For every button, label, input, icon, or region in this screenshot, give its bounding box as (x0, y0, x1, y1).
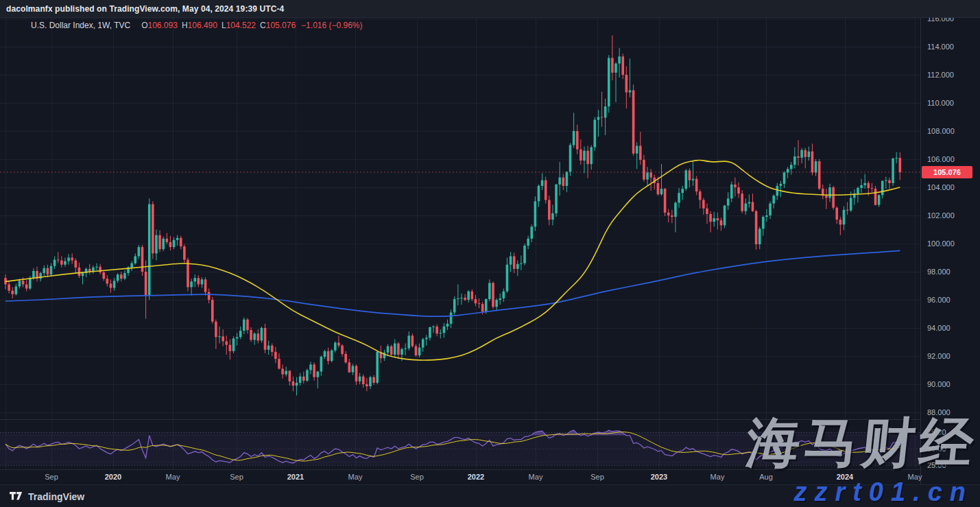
time-label: 2021 (280, 473, 311, 481)
ohlc-key: O (141, 21, 147, 30)
symbol-legend[interactable]: U.S. Dollar Index, 1W, TVCO106.093H106.4… (31, 21, 363, 30)
axis-label: 92.000 (927, 351, 951, 361)
time-label: Sep (36, 473, 67, 481)
axis-label: 102.000 (927, 211, 955, 220)
axis-label: 104.000 (927, 182, 955, 192)
time-label: Sep (402, 473, 432, 481)
last-price-tag: 105.076 (922, 166, 972, 178)
tradingview-brand-text[interactable]: TradingView (28, 491, 84, 502)
ohlc-values: O106.093H106.490L104.522C105.076 (137, 21, 296, 30)
time-label: Sep (222, 473, 252, 481)
time-label: May (702, 473, 732, 481)
tradingview-logo-icon[interactable] (10, 492, 23, 502)
time-label: Aug (751, 473, 781, 481)
axis-label: 108.000 (927, 126, 955, 136)
axis-label: 94.000 (927, 323, 951, 333)
ohlc-value: 105.076 (266, 21, 296, 30)
time-label: May (340, 473, 370, 481)
time-label: May (521, 473, 551, 481)
axis-label: 90.000 (927, 379, 951, 389)
axis-label: 114.000 (927, 42, 954, 51)
ohlc-value: 106.490 (188, 21, 217, 30)
ohlc-key: C (260, 21, 266, 30)
ohlc-key: H (182, 21, 188, 30)
time-label: 2023 (644, 473, 674, 481)
time-label: 2022 (461, 473, 491, 481)
time-label: May (158, 473, 188, 481)
axis-label: 98.000 (927, 267, 951, 276)
publish-info-text: dacolmanfx published on TradingView.com,… (0, 4, 284, 14)
change-value: −1.016 (−0.96%) (301, 21, 362, 30)
axis-label: 96.000 (927, 295, 951, 305)
axis-label: 110.000 (927, 98, 954, 108)
axis-label: 100.000 (927, 239, 955, 248)
time-label: Sep (582, 473, 612, 481)
ohlc-value: 106.093 (148, 21, 178, 30)
ohlc-key: L (222, 21, 226, 30)
symbol-title[interactable]: U.S. Dollar Index, 1W, TVC (31, 21, 130, 30)
publish-info-bar: dacolmanfx published on TradingView.com,… (0, 0, 980, 18)
price-axis[interactable]: 116.000114.000112.000110.000108.000106.0… (920, 17, 980, 469)
watermark-cn: 海马财经 (744, 416, 980, 469)
axis-label: 112.000 (927, 70, 954, 80)
watermark-url: zzrt01.cn (793, 479, 973, 505)
time-label: 2020 (98, 473, 128, 481)
ohlc-value: 104.522 (226, 21, 256, 30)
published-chart-page: dacolmanfx published on TradingView.com,… (0, 0, 980, 507)
axis-label: 106.000 (927, 154, 955, 164)
